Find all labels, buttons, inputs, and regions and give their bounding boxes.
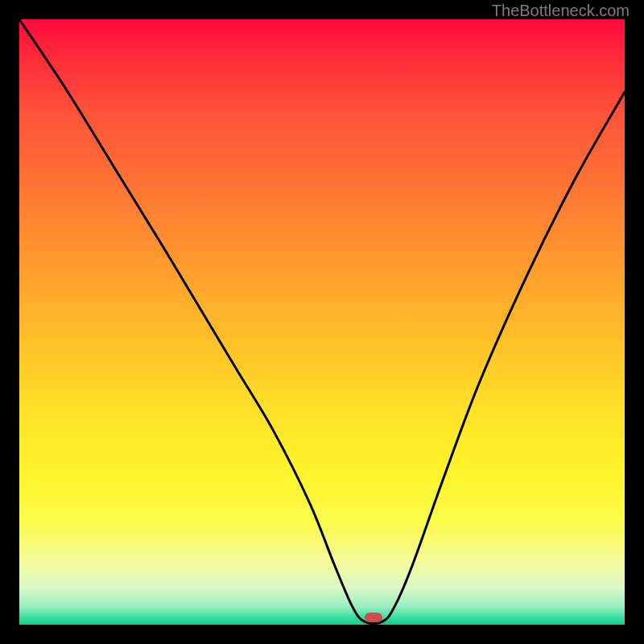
curve-path — [19, 19, 625, 624]
watermark-text: TheBottleneck.com — [492, 2, 630, 20]
optimal-marker — [365, 613, 382, 622]
plot-area — [19, 19, 625, 625]
bottleneck-curve — [19, 19, 625, 625]
chart-frame: TheBottleneck.com — [0, 0, 644, 644]
